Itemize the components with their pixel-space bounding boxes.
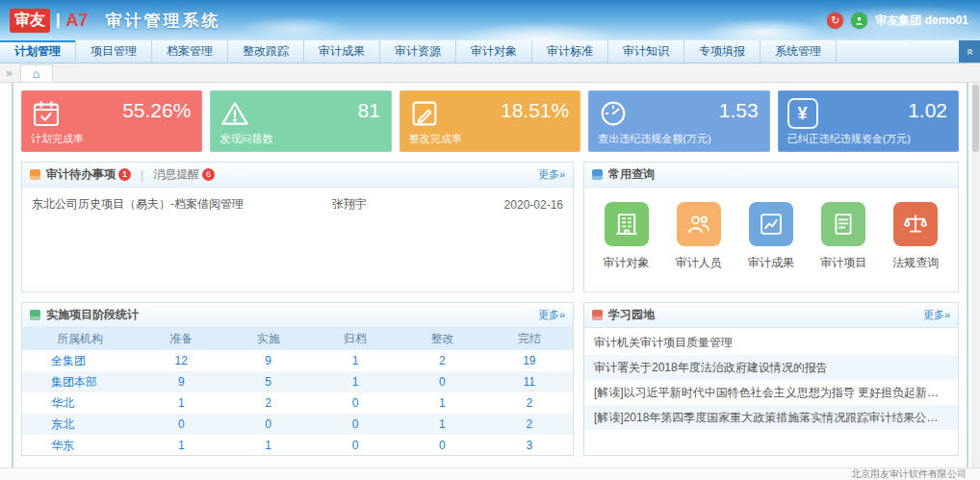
list-item[interactable]: [解读]2018年第四季度国家重大政策措施落实情况跟踪审计结果公告解读	[584, 405, 958, 430]
top-banner: 审友 | A7 审计管理系统 ↻ 审友集团 demo01	[0, 0, 980, 40]
kpi-plan-completion[interactable]: 55.26% 计划完成率	[21, 90, 202, 152]
quick-panel-title: 常用查询	[608, 166, 655, 183]
stat-value[interactable]: 1	[138, 435, 224, 456]
stat-value[interactable]: 9	[138, 371, 224, 392]
stat-value[interactable]: 2	[486, 392, 573, 414]
scrollbar[interactable]	[971, 83, 980, 467]
tab-plan-mgmt[interactable]: 计划管理	[0, 40, 76, 63]
user-area: ↻ 审友集团 demo01	[827, 0, 968, 40]
list-item[interactable]: 审计署关于2018年度法治政府建设情况的报告	[584, 355, 958, 380]
scrollbar-thumb[interactable]	[972, 85, 979, 152]
quick-query-list: 审计对象 审计人员 审计成果	[584, 188, 958, 271]
stat-value[interactable]: 0	[312, 392, 399, 414]
tab-audit-todo[interactable]: 审计待办事项 1	[46, 166, 131, 183]
org-link[interactable]: 华北	[22, 392, 138, 414]
stat-value[interactable]: 0	[399, 435, 485, 456]
product-logo: A7	[65, 11, 88, 31]
building-icon	[605, 202, 649, 246]
stat-value[interactable]: 11	[486, 371, 573, 392]
kpi-violation-amount[interactable]: 1.53 查出违纪违规金额(万元)	[588, 90, 769, 152]
footer: 北京用友审计软件有限公司	[0, 467, 980, 480]
quick-audit-staff[interactable]: 审计人员	[676, 202, 722, 271]
learning-more-link[interactable]: 更多»	[923, 308, 950, 322]
messages-tab-label: 消息提醒	[153, 166, 199, 183]
stage-stats-panel: 实施项目阶段统计 更多» 所属机构 准备 实施 归档 整改 完结	[21, 302, 574, 456]
stat-value[interactable]: 2	[224, 392, 311, 414]
stat-value[interactable]: 2	[399, 350, 485, 371]
stat-value[interactable]: 0	[312, 435, 399, 456]
stat-value[interactable]: 5	[224, 371, 311, 392]
tab-audit-standards[interactable]: 审计标准	[532, 40, 608, 63]
quick-audit-projects[interactable]: 审计项目	[820, 202, 866, 271]
stat-value[interactable]: 1	[312, 371, 399, 392]
home-tab[interactable]: ⌂	[20, 64, 53, 82]
learning-list: 审计机关审计项目质量管理 审计署关于2018年度法治政府建设情况的报告 [解读]…	[584, 328, 958, 430]
todo-panel-icon	[30, 169, 40, 180]
kpi-label: 查出违纪违规金额(万元)	[598, 132, 710, 146]
stat-value[interactable]: 3	[486, 435, 573, 456]
stat-value[interactable]: 1	[224, 435, 311, 456]
stat-value[interactable]: 2	[486, 414, 573, 435]
chart-icon	[749, 202, 793, 246]
tab-audit-results[interactable]: 审计成果	[304, 40, 380, 63]
tab-special-report[interactable]: 专项填报	[684, 40, 761, 63]
tab-archive-mgmt[interactable]: 档案管理	[152, 40, 228, 63]
kpi-label: 计划完成率	[31, 132, 84, 146]
org-link[interactable]: 东北	[22, 414, 138, 435]
logo-divider: |	[56, 12, 60, 29]
todo-list: 东北公司历史项目（易夫）-档案借阅管理 张翔宇 2020-02-16	[22, 188, 573, 221]
stat-value[interactable]: 0	[224, 414, 311, 435]
tab-audit-knowledge[interactable]: 审计知识	[608, 40, 684, 63]
todo-item[interactable]: 东北公司历史项目（易夫）-档案借阅管理 张翔宇 2020-02-16	[22, 188, 573, 221]
list-item[interactable]: [解读]以习近平新时代中国特色社会主义思想为指导 更好担负起新时代审计工作新使.…	[584, 380, 958, 405]
org-link[interactable]: 全集团	[22, 350, 138, 371]
org-link[interactable]: 集团本部	[22, 371, 138, 392]
stat-value[interactable]: 9	[224, 350, 311, 371]
learning-panel-title: 学习园地	[608, 307, 655, 323]
list-item[interactable]: 审计机关审计项目质量管理	[584, 330, 958, 355]
stat-value[interactable]: 0	[138, 414, 224, 435]
breadcrumb: » ⌂	[0, 63, 980, 83]
quick-audit-objects[interactable]: 审计对象	[604, 202, 650, 271]
table-row: 华北 1 2 0 1 2	[22, 392, 573, 414]
refresh-icon[interactable]: ↻	[827, 13, 843, 29]
stat-value[interactable]: 19	[486, 350, 573, 371]
kpi-corrected-funds[interactable]: ¥ 1.02 已纠正违纪违规资金(万元)	[778, 90, 959, 152]
org-link[interactable]: 华东	[22, 435, 138, 456]
stats-panel-title: 实施项目阶段统计	[46, 307, 139, 323]
footer-company: 北京用友审计软件有限公司	[851, 468, 967, 479]
table-row: 东北 0 0 0 1 2	[22, 414, 573, 435]
tab-project-mgmt[interactable]: 项目管理	[76, 40, 152, 63]
stat-value[interactable]: 12	[138, 350, 224, 371]
tab-system-mgmt[interactable]: 系统管理	[761, 40, 837, 63]
stat-value[interactable]: 0	[399, 371, 485, 392]
kpi-rectify-completion[interactable]: 18.51% 整改完成率	[400, 90, 580, 152]
stats-more-link[interactable]: 更多»	[538, 308, 565, 322]
stat-value[interactable]: 1	[312, 350, 399, 371]
todo-panel: 审计待办事项 1 | 消息提醒 6 更多» 东北公司历史项目（易夫）-档案借阅管…	[21, 162, 574, 292]
user-avatar-icon[interactable]	[851, 13, 867, 29]
quick-audit-results[interactable]: 审计成果	[748, 202, 794, 271]
learning-panel: 学习园地 更多» 审计机关审计项目质量管理 审计署关于2018年度法治政府建设情…	[583, 302, 959, 456]
stat-value[interactable]: 1	[399, 414, 485, 435]
user-info[interactable]: 审友集团 demo01	[875, 13, 968, 29]
stat-value[interactable]: 1	[399, 392, 485, 414]
tab-audit-objects[interactable]: 审计对象	[456, 40, 532, 63]
kpi-value: 18.51%	[501, 99, 569, 122]
learning-panel-icon	[592, 310, 603, 320]
gauge-icon	[598, 98, 629, 129]
collapse-nav-icon[interactable]: »	[959, 40, 980, 63]
tab-audit-resources[interactable]: 审计资源	[380, 40, 456, 63]
breadcrumb-arrow-icon[interactable]: »	[6, 64, 13, 82]
todo-more-link[interactable]: 更多»	[538, 167, 565, 182]
stat-value[interactable]: 1	[138, 392, 224, 414]
tab-messages[interactable]: 消息提醒 6	[153, 166, 215, 183]
stat-value[interactable]: 0	[312, 414, 399, 435]
todo-item-title: 东北公司历史项目（易夫）-档案借阅管理	[32, 196, 332, 213]
kpi-problems-found[interactable]: 81 发现问题数	[210, 90, 391, 152]
tab-rectify-tracking[interactable]: 整改跟踪	[228, 40, 304, 63]
quick-regulation-query[interactable]: 法规查询	[892, 202, 939, 271]
todo-tab-label: 审计待办事项	[46, 166, 116, 183]
kpi-value: 1.53	[719, 99, 759, 122]
table-header-row: 所属机构 准备 实施 归档 整改 完结	[22, 328, 573, 350]
